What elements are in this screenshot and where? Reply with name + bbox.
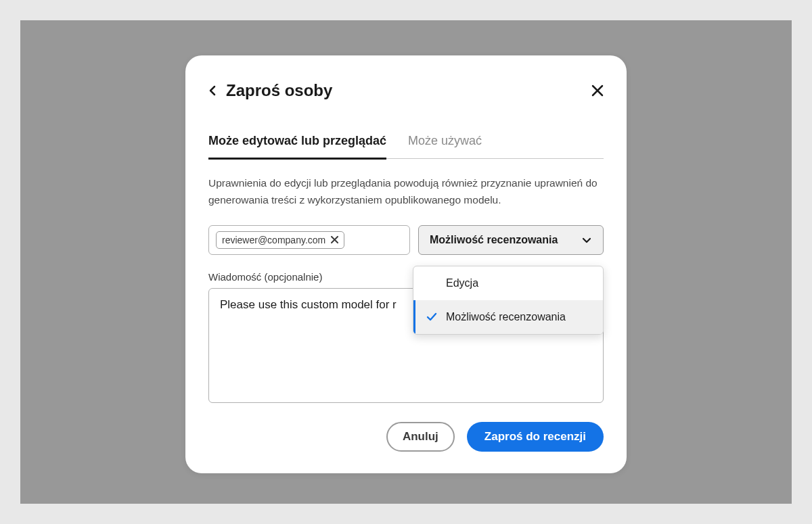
dialog-footer: Anuluj Zaproś do recenzji — [208, 422, 604, 452]
modal-backdrop: Zaproś osoby Może edytować lub przegląda… — [20, 20, 792, 504]
dialog-title: Zaproś osoby — [226, 81, 332, 100]
dropdown-option-edit[interactable]: Edycja — [413, 266, 603, 300]
email-input[interactable]: reviewer@company.com — [208, 225, 410, 255]
dropdown-option-review[interactable]: Możliwość recenzowania — [413, 300, 603, 334]
check-icon — [426, 312, 437, 323]
header-left: Zaproś osoby — [208, 81, 332, 100]
dialog-header: Zaproś osoby — [208, 81, 604, 100]
permission-description: Uprawnienia do edycji lub przeglądania p… — [208, 175, 604, 209]
tabs: Może edytować lub przeglądać Może używać — [208, 134, 604, 159]
cancel-button[interactable]: Anuluj — [386, 422, 455, 452]
dropdown-option-review-label: Możliwość recenzowania — [446, 311, 566, 323]
tab-use[interactable]: Może używać — [408, 134, 482, 160]
email-chip-text: reviewer@company.com — [222, 235, 325, 245]
permission-dropdown-button[interactable]: Możliwość recenzowania — [418, 225, 604, 255]
permission-dropdown-menu: Edycja Możliwość recenzowania — [413, 266, 604, 335]
invite-dialog: Zaproś osoby Może edytować lub przegląda… — [185, 55, 627, 473]
chip-remove-icon[interactable] — [331, 236, 338, 243]
back-icon[interactable] — [208, 84, 218, 97]
email-chip: reviewer@company.com — [216, 231, 344, 249]
chevron-down-icon — [581, 235, 592, 245]
tab-edit-view[interactable]: Może edytować lub przeglądać — [208, 134, 386, 160]
input-row: reviewer@company.com Możliwość recenzowa… — [208, 225, 604, 255]
close-icon[interactable] — [591, 85, 604, 97]
permission-selected-label: Możliwość recenzowania — [430, 234, 558, 246]
invite-button[interactable]: Zaproś do recenzji — [467, 422, 604, 452]
